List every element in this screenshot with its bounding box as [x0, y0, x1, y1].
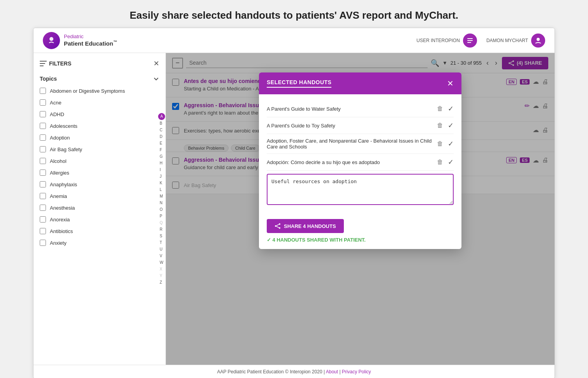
- alphabet-letter-s[interactable]: S: [158, 233, 165, 239]
- list-item: Acne: [33, 97, 165, 108]
- topic-checkbox-acne[interactable]: [40, 99, 46, 106]
- topic-checkbox-adhd[interactable]: [40, 111, 46, 117]
- logo-text: Pediatric Patient Education™: [64, 34, 117, 47]
- topic-checkbox-allergies[interactable]: [40, 170, 46, 176]
- handout-1-actions: 🗑 ✓: [437, 104, 454, 113]
- selected-handouts-modal: SELECTED HANDOUTS ✕ A Parent's Guide to …: [259, 72, 461, 249]
- page-title: Easily share selected handouts to patien…: [0, 0, 588, 28]
- alphabet-letter-r[interactable]: R: [158, 226, 165, 233]
- app-frame: Pediatric Patient Education™ USER INTERO…: [33, 28, 555, 378]
- alphabet-letter-e[interactable]: E: [158, 140, 165, 147]
- share-handouts-button[interactable]: SHARE 4 HANDOUTS: [267, 219, 344, 233]
- handout-4-delete-icon[interactable]: 🗑: [437, 159, 443, 166]
- topic-checkbox-anesthesia[interactable]: [40, 205, 46, 211]
- topic-checkbox-antibiotics[interactable]: [40, 228, 46, 234]
- svg-point-14: [275, 225, 276, 227]
- alphabet-letter-p[interactable]: P: [158, 213, 165, 219]
- list-item: ADHD: [33, 108, 165, 120]
- svg-point-15: [279, 227, 280, 229]
- app-footer: AAP Pediatric Patient Education © Intero…: [33, 365, 555, 378]
- handout-3-check-icon[interactable]: ✓: [448, 140, 454, 148]
- notes-textarea[interactable]: Useful resources on adoption: [267, 174, 454, 205]
- alphabet-letter-n[interactable]: N: [158, 200, 165, 206]
- handout-2-label: A Parent's Guide to Toy Safety: [267, 123, 335, 129]
- list-item: Adoption: [33, 132, 165, 143]
- handout-row-1: A Parent's Guide to Water Safety 🗑 ✓: [267, 101, 454, 117]
- alphabet-bar: A B C D E F G H I J K L M N O P Q: [158, 110, 165, 289]
- handout-2-actions: 🗑 ✓: [437, 121, 454, 130]
- alphabet-letter-d[interactable]: D: [158, 134, 165, 140]
- topic-checkbox-anorexia[interactable]: [40, 216, 46, 223]
- list-item: Air Bag Safety: [33, 143, 165, 155]
- handout-4-actions: 🗑 ✓: [437, 158, 454, 166]
- topics-header: Topics: [33, 72, 165, 85]
- alphabet-letter-w[interactable]: W: [158, 260, 165, 266]
- alphabet-letter-v[interactable]: V: [158, 253, 165, 259]
- svg-rect-3: [467, 42, 471, 43]
- alphabet-letter-y[interactable]: Y: [158, 273, 165, 279]
- topic-checkbox-airbag[interactable]: [40, 146, 46, 152]
- handout-4-check-icon[interactable]: ✓: [448, 158, 454, 166]
- svg-rect-6: [40, 63, 45, 64]
- filters-label: FILTERS: [40, 60, 71, 67]
- topic-checkbox-anemia[interactable]: [40, 193, 46, 199]
- user-mychart-block: DAMON MYCHART: [486, 34, 545, 48]
- app-header: Pediatric Patient Education™ USER INTERO…: [33, 28, 555, 53]
- handout-1-check-icon[interactable]: ✓: [448, 104, 454, 113]
- list-item: Antibiotics: [33, 225, 165, 237]
- topic-checkbox-anxiety[interactable]: [40, 240, 46, 246]
- alphabet-letter-x[interactable]: X: [158, 266, 165, 272]
- alphabet-letter-f[interactable]: F: [158, 147, 165, 153]
- sidebar-close-button[interactable]: ✕: [153, 59, 159, 68]
- alphabet-letter-a[interactable]: A: [158, 113, 165, 120]
- content-area: − 🔍 ▼ 21 - 30 of 955 ‹ › (4) SHARE An: [166, 53, 555, 365]
- list-item: Anesthesia: [33, 202, 165, 214]
- modal-footer: SHARE 4 HANDOUTS ✓ 4 HANDOUTS SHARED WIT…: [259, 213, 461, 249]
- topic-checkbox-adoption[interactable]: [40, 134, 46, 141]
- topic-checkbox-adolescents[interactable]: [40, 123, 46, 129]
- sidebar-header: FILTERS ✕: [33, 59, 165, 72]
- handout-row-4: Adopción: Cómo decirle a su hijo que es …: [267, 154, 454, 171]
- handout-1-label: A Parent's Guide to Water Safety: [267, 106, 341, 112]
- modal-body: A Parent's Guide to Water Safety 🗑 ✓ A P…: [259, 94, 461, 213]
- handout-2-delete-icon[interactable]: 🗑: [437, 122, 443, 129]
- alphabet-letter-h[interactable]: H: [158, 160, 165, 166]
- alphabet-letter-c[interactable]: C: [158, 127, 165, 133]
- alphabet-letter-t[interactable]: T: [158, 240, 165, 246]
- svg-rect-1: [467, 38, 473, 39]
- handout-2-check-icon[interactable]: ✓: [448, 121, 454, 130]
- list-item: Anorexia: [33, 214, 165, 225]
- modal-close-button[interactable]: ✕: [447, 79, 454, 88]
- user-interopion-block: USER INTEROPION: [417, 34, 477, 48]
- alphabet-letter-o[interactable]: O: [158, 207, 165, 213]
- topic-checkbox-abdomen[interactable]: [40, 88, 46, 94]
- list-item: Alcohol: [33, 155, 165, 167]
- svg-point-4: [537, 38, 540, 41]
- handout-row-2: A Parent's Guide to Toy Safety 🗑 ✓: [267, 117, 454, 134]
- svg-point-0: [49, 37, 53, 41]
- user-interopion-label: USER INTEROPION: [417, 38, 460, 43]
- alphabet-letter-m[interactable]: M: [158, 193, 165, 200]
- svg-line-17: [276, 226, 279, 228]
- privacy-link[interactable]: Privacy Policy: [342, 369, 371, 374]
- modal-title: SELECTED HANDOUTS: [267, 79, 331, 88]
- alphabet-letter-u[interactable]: U: [158, 246, 165, 253]
- alphabet-letter-z[interactable]: Z: [158, 279, 165, 286]
- about-link[interactable]: About: [326, 369, 338, 374]
- topic-checkbox-anaphylaxis[interactable]: [40, 181, 46, 187]
- shared-confirm: ✓ 4 HANDOUTS SHARED WITH PATIENT.: [267, 237, 454, 243]
- alphabet-letter-j[interactable]: J: [158, 173, 165, 180]
- alphabet-letter-l[interactable]: L: [158, 187, 165, 193]
- alphabet-letter-k[interactable]: K: [158, 180, 165, 186]
- user-interopion-avatar[interactable]: [463, 34, 477, 48]
- topic-checkbox-alcohol[interactable]: [40, 158, 46, 164]
- alphabet-letter-b[interactable]: B: [158, 120, 165, 127]
- user-mychart-avatar[interactable]: [531, 34, 545, 48]
- user-mychart-label: DAMON MYCHART: [486, 38, 528, 43]
- modal-header: SELECTED HANDOUTS ✕: [259, 72, 461, 94]
- handout-3-delete-icon[interactable]: 🗑: [437, 140, 443, 147]
- alphabet-letter-g[interactable]: G: [158, 154, 165, 160]
- handout-1-delete-icon[interactable]: 🗑: [437, 105, 443, 112]
- alphabet-letter-q[interactable]: Q: [158, 220, 165, 226]
- alphabet-letter-i[interactable]: I: [158, 167, 165, 173]
